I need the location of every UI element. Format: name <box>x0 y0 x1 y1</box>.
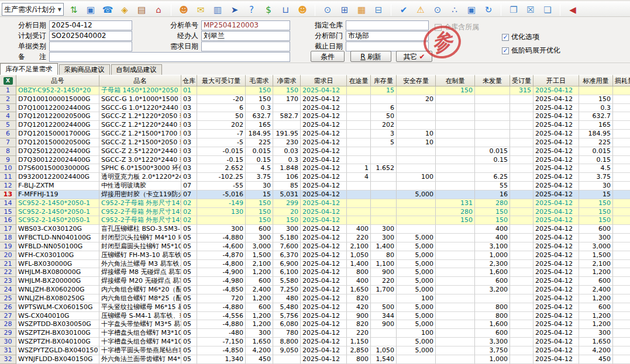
table-row[interactable]: 5D7Q1201220024400GSGCC-Z 1.2*1220*2440 环… <box>0 121 630 130</box>
table-row[interactable]: 9D7Q3001220024400GSGCC-Z 3.0*1220*2440 环… <box>0 156 630 165</box>
column-header-14[interactable]: 标准用量 <box>579 75 613 86</box>
row-number[interactable]: 11 <box>0 173 16 182</box>
analysis-no-input[interactable]: MP2504120003 <box>201 20 290 30</box>
monitor-icon[interactable]: ▣ <box>85 4 97 16</box>
tab-1[interactable]: 采购商品建议 <box>59 64 110 75</box>
org-tree-icon[interactable]: ∴ <box>449 4 460 16</box>
optimize-checkbox[interactable]: 优化选项 <box>502 32 539 42</box>
table-row[interactable]: 26WPTSWLM-CX060150G平头竖纹拉铆螺母 M6*15 易车05-4… <box>0 303 630 312</box>
row-number[interactable]: 10 <box>0 164 16 173</box>
table-row[interactable]: 11D932001220024400G透明亚克力板 2.0*1220*24400… <box>0 173 630 182</box>
column-header-6[interactable]: 需求日 <box>301 75 347 86</box>
home-icon[interactable]: ⌂ <box>153 4 164 16</box>
exit-icon[interactable]: ◀ <box>567 4 579 16</box>
refresh-button[interactable]: R 刷新 <box>350 51 391 62</box>
table-row[interactable]: 29WSZPTZH-BX030100G十字槽盘头组合螺钉 M3*10 （05-4… <box>0 329 630 338</box>
row-number[interactable]: 1 <box>0 86 16 95</box>
column-header-2[interactable]: 仓库 <box>181 75 197 86</box>
condition-button[interactable]: 条件 <box>311 51 345 62</box>
customer-fund-icon[interactable]: ☻ <box>297 4 308 16</box>
row-number[interactable]: 17 <box>0 225 16 234</box>
table-row[interactable]: 7D7Q1201500020500GSGCC-Z 1.2*1500*2050 环… <box>0 138 630 147</box>
excel-export-header-cell[interactable] <box>0 75 16 86</box>
column-header-10[interactable]: 在制量 <box>436 75 475 86</box>
row-number[interactable]: 20 <box>0 251 16 260</box>
calculator-icon[interactable]: ⊞ <box>339 4 350 16</box>
restore-window-icon[interactable]: ❐ <box>508 4 519 16</box>
help-icon[interactable]: ? <box>246 4 257 16</box>
column-header-4[interactable]: 毛需求 <box>246 75 273 86</box>
row-number[interactable]: 6 <box>0 130 16 138</box>
table-row[interactable]: 25WNLJZH-BX080250G内六角组合螺钉 M8*25（配平弹05720… <box>0 294 630 303</box>
row-number[interactable]: 21 <box>0 260 16 269</box>
table-row[interactable]: 27WS-CX040010G压铆螺母 S-M4-1 易车铁、环保05-4,556… <box>0 312 630 321</box>
row-number[interactable]: 19 <box>0 242 16 251</box>
table-row[interactable]: 32WYNJFLDD-BX040150G外六角法兰面带齿螺钉 M4*15051,… <box>0 355 630 364</box>
row-number[interactable]: 22 <box>0 268 16 277</box>
remote-desktop-icon[interactable]: ▣ <box>466 4 477 16</box>
tab-0[interactable]: 库存不足量需求 <box>0 63 58 75</box>
table-row[interactable]: 2D7Q1001000015000GSGCC-G 1.0*1000*1500 环… <box>0 95 630 104</box>
column-header-3[interactable]: 最大可受订量 <box>197 75 246 86</box>
table-row[interactable]: 23WHJLM-BX200000G焊接螺母 M20 无碰焊点 易车铁05-4,9… <box>0 277 630 286</box>
analysis-date-input[interactable]: 2025-04-12 <box>49 20 132 30</box>
row-number[interactable]: 12 <box>0 182 16 190</box>
column-header-1[interactable]: 品名 <box>99 75 181 86</box>
column-header-5[interactable]: 净需求 <box>273 75 301 86</box>
table-row[interactable]: 4D7Q1201220020500GSGCC-Z 1.2*1220*2050 环… <box>0 112 630 121</box>
low-level-checkbox[interactable]: 低阶码展开优化 <box>502 46 560 56</box>
row-number[interactable]: 9 <box>0 156 16 165</box>
column-header-15[interactable]: 损耗量 <box>613 75 630 86</box>
row-number[interactable]: 3 <box>0 104 16 113</box>
table-row[interactable]: 21WFL-BX030000G外六角法兰螺母 M3 易车铁、环05-4,8002… <box>0 260 630 269</box>
row-number[interactable]: 32 <box>0 355 16 364</box>
close-window-icon[interactable]: ☒ <box>525 4 536 16</box>
row-number[interactable]: 31 <box>0 346 16 355</box>
row-number[interactable]: 25 <box>0 294 16 303</box>
department-input[interactable]: 市场部 <box>346 31 429 41</box>
column-header-0[interactable]: 品号 <box>16 75 99 86</box>
table-row[interactable]: 8D7Q2501220024400GSGCC-Z 2.5*1220*2440 环… <box>0 147 630 156</box>
lock-icon[interactable]: ◈ <box>119 4 130 16</box>
row-number[interactable]: 13 <box>0 190 16 199</box>
row-number[interactable]: 16 <box>0 216 16 225</box>
table-row[interactable]: 17WBS03-CX030120G盲孔压铆螺柱 BSO-3.5M3-12 易05… <box>0 225 630 234</box>
demand-date-input[interactable] <box>201 41 290 51</box>
cascade-windows-icon[interactable]: ❏ <box>542 4 553 16</box>
table-row[interactable]: 15SC952-2-1450*2050-1C952-2子母箱 外形尺寸1450*… <box>0 208 630 217</box>
row-number[interactable]: 18 <box>0 234 16 242</box>
table-row[interactable]: 14SC952-2-1450*2050-1C952-2子母箱 外形尺寸1450*… <box>0 199 630 208</box>
column-header-13[interactable]: 开工日 <box>533 75 579 86</box>
table-row[interactable]: 24WNLJZH-BX060200G内六角组合螺钉 M6*20（配平弹05-4,… <box>0 286 630 294</box>
copy-icon[interactable]: ⊟ <box>373 4 384 16</box>
table-row[interactable]: 31WSZPYTZGLD-BX040150十字槽平圆头带垫燕尾钻自攻螺05-4,… <box>0 346 630 355</box>
row-number[interactable]: 5 <box>0 121 16 130</box>
warehouse-input[interactable] <box>346 20 429 30</box>
alert-icon[interactable]: ⚠ <box>415 4 426 16</box>
table-row[interactable]: 6D7Q1201500017000GSGCC-Z 1.2*1500*1700 环… <box>0 130 630 138</box>
money-icon[interactable]: $ <box>263 4 274 16</box>
table-row[interactable]: 1OBZY-C952-2-1450*20子母箱 1450*1200*205001… <box>0 86 630 95</box>
doc-type-input[interactable] <box>49 41 132 51</box>
key-icon[interactable]: ➤ <box>229 4 240 16</box>
row-number[interactable]: 2 <box>0 95 16 104</box>
row-number[interactable]: 27 <box>0 312 16 321</box>
workflow-icon[interactable]: ⇅ <box>68 4 80 16</box>
cart-icon[interactable]: ⊔ <box>280 4 291 16</box>
approve-icon[interactable]: ✔ <box>398 4 409 16</box>
deadline-input[interactable] <box>346 41 429 51</box>
table-row[interactable]: 30WSZPTZH-BX040100G十字槽盘头组合螺钉 M4*10（配05-7… <box>0 338 630 346</box>
tab-2[interactable]: 自制成品建议 <box>111 64 162 75</box>
column-header-12[interactable]: 受订量 <box>510 75 533 86</box>
refresh-icon[interactable]: ↻ <box>483 4 494 16</box>
briefcase-icon[interactable]: ▤ <box>136 4 147 16</box>
table-row[interactable]: 3D7Q1001220024400GSGCC-G 1.0*1220*2440 环… <box>0 104 630 113</box>
table-row[interactable]: 10D7S6001500030000GSPHC 6.0*1500*3000 环保… <box>0 164 630 173</box>
table-row[interactable]: 19WFBLD-NN050100G封闭型扁圆头拉铆钉 M5*10 环05-4,6… <box>0 242 630 251</box>
row-number[interactable]: 7 <box>0 138 16 147</box>
search-doc-icon[interactable]: ⊙ <box>322 4 333 16</box>
row-number[interactable]: 23 <box>0 277 16 286</box>
row-number[interactable]: 30 <box>0 338 16 346</box>
row-number[interactable]: 14 <box>0 199 16 208</box>
users-icon[interactable]: ☻ <box>178 4 190 16</box>
